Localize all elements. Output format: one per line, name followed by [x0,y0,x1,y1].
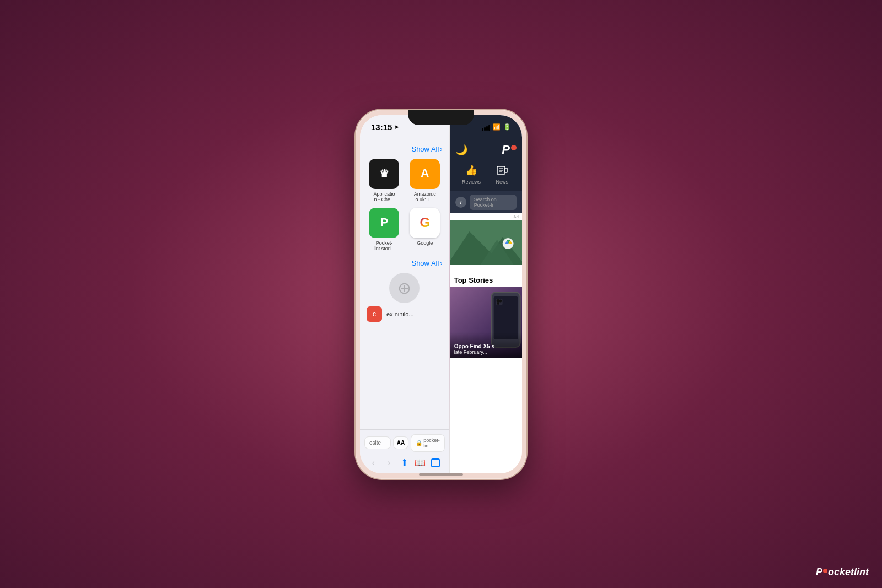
hero-image [450,220,522,265]
bookmarks-button[interactable]: 📖 [412,455,428,471]
moon-icon: 🌙 [455,144,467,156]
chevron-right-icon-2: › [440,259,442,267]
pl-content: Ad Top [450,213,522,358]
toolbar-icons: ‹ › ⬆ 📖 [360,453,449,473]
app-item-gov[interactable]: ♛ Application - Che... [367,159,402,202]
phone-frame: 13:15 ➤ 📶 🔋 Show All › [356,110,526,479]
google-g-icon: G [420,215,430,230]
show-all-label: Show All [411,145,439,153]
status-time: 13:15 ➤ [371,122,399,132]
site-placeholder: osite [369,440,381,446]
pocketlint-panel: 🌙 P 👍 Reviews [449,115,522,473]
pl-nav-icons: 👍 Reviews Ne [450,160,522,187]
tabs-button[interactable] [428,455,443,471]
home-indicator [419,473,463,476]
lock-url-field[interactable]: 🔒 pocket-lin [411,434,445,452]
time-display: 13:15 [371,122,392,132]
google-icon: G [410,208,440,238]
forward-arrow-icon: › [388,458,390,468]
site-field[interactable]: osite [364,436,391,449]
gov-icon: ♛ [369,159,399,189]
top-stories-label: Top Stories [450,272,522,287]
divider-1 [453,268,518,268]
wifi-icon: 📶 [493,123,501,131]
pl-logo-p: P [502,143,510,157]
google-label: Google [417,240,433,246]
back-arrow-icon: ‹ [372,458,374,468]
safari-panel: Show All › ♛ Application - Che... A [360,115,449,473]
pl-search-bar: ‹ Search on Pocket-li [450,191,522,213]
app-item-amazon[interactable]: A Amazon.co.uk: L... [407,159,443,202]
thumbs-up-icon: 👍 [464,163,479,178]
recent-site-icon: c [373,310,376,318]
pl-search-input[interactable]: Search on Pocket-li [470,195,517,210]
gov-label: Application - Che... [373,191,395,202]
recent-label: ex nihilo... [386,311,414,317]
share-icon: ⬆ [401,457,408,468]
recent-item[interactable]: c ex nihilo... [367,306,443,322]
pocketlint-icon: P [369,208,399,238]
pl-logo-row: 🌙 P [450,139,522,160]
pl-nav-news[interactable]: News [494,163,510,185]
watermark: P ocketlint [816,567,869,578]
ad-label: Ad [450,213,522,220]
story-overlay: Oppo Find X5 s late February... [450,332,522,358]
back-chevron-icon: ‹ [459,198,462,207]
show-all-button-2[interactable]: Show All › [411,259,442,267]
app-item-pocketlint[interactable]: P Pocket-lint stori... [367,208,402,251]
pl-back-button[interactable]: ‹ [455,197,466,208]
right-toolbar-spacer [450,429,522,473]
watermark-p: P [816,567,822,578]
news-icon [494,163,510,178]
lock-icon: 🔒 [416,440,422,446]
pl-nav-reviews[interactable]: 👍 Reviews [462,163,481,185]
address-bar-row: osite AA 🔒 pocket-lin [360,430,449,453]
aa-button[interactable]: AA [393,436,408,449]
compass-icon-box: ⊕ [389,273,420,303]
search-placeholder: Search on Pocket-li [474,197,497,208]
svg-point-18 [497,303,499,305]
browser-section: ⊕ [367,273,443,303]
show-all-button[interactable]: Show All › [411,145,442,153]
hero-svg [450,220,522,265]
svg-rect-1 [505,168,507,172]
location-arrow-icon: ➤ [394,124,399,130]
safari-toolbar: osite AA 🔒 pocket-lin ‹ › [360,429,449,473]
status-bar: 13:15 ➤ 📶 🔋 [360,115,522,139]
news-label: News [496,179,508,185]
crown-icon: ♛ [379,167,389,180]
recent-icon: c [367,306,382,322]
aa-label: AA [397,440,405,446]
battery-icon: 🔋 [503,123,511,131]
share-button[interactable]: ⬆ [397,455,412,471]
watermark-text: ocketlint [828,567,869,578]
chevron-right-icon: › [440,145,442,153]
compass-browser-item[interactable]: ⊕ [389,273,420,303]
pl-logo-dot [511,145,517,150]
show-all-header-2: Show All › [367,259,443,267]
app-grid: ♛ Application - Che... A Amazon.co.uk: L… [367,159,443,251]
story-image: Oppo Find X5 s late February... [450,287,522,358]
panel-divider [449,115,450,473]
signal-bars-icon [482,124,490,131]
forward-button[interactable]: › [381,455,396,471]
pl-logo: P [502,143,517,157]
screen: 13:15 ➤ 📶 🔋 Show All › [360,115,522,473]
compass-icon: ⊕ [397,278,411,298]
safari-content: Show All › ♛ Application - Che... A [360,139,449,473]
story-subtitle: late February... [454,349,518,355]
show-all-header: Show All › [367,145,443,153]
amazon-icon: A [410,159,440,189]
back-button[interactable]: ‹ [365,455,381,471]
bookmarks-icon: 📖 [415,457,426,468]
watermark-dot [823,569,827,573]
url-text: pocket-lin [423,438,440,449]
status-icons: 📶 🔋 [482,123,511,131]
pocketlint-label: Pocket-lint stori... [374,240,395,251]
tabs-icon [431,458,440,467]
amazon-label: Amazon.co.uk: L... [414,191,436,202]
reviews-label: Reviews [462,179,481,185]
story-title: Oppo Find X5 s [454,343,518,349]
svg-point-17 [499,299,502,302]
app-item-google[interactable]: G Google [407,208,443,251]
